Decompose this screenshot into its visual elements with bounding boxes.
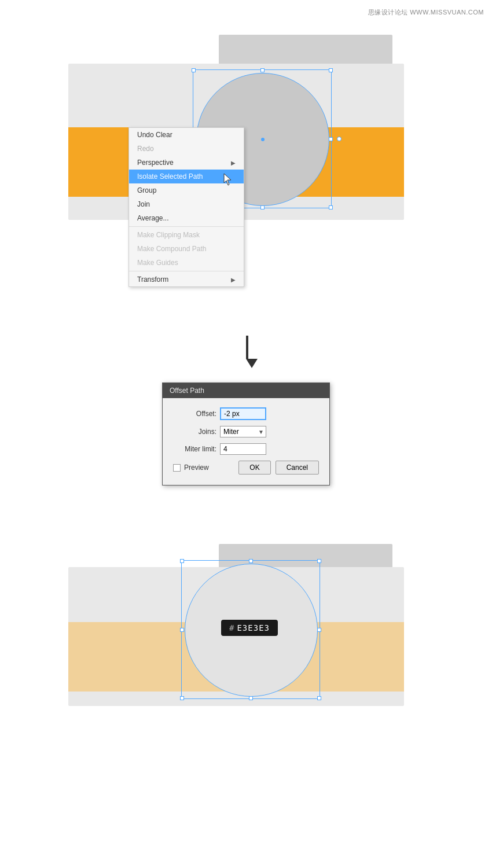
circle-selection2: #E3E3E3 [181,560,320,699]
handle2-bl [180,696,184,700]
menu-label-transform: Transform [137,275,168,284]
offset-label: Offset: [173,410,216,418]
handle2-mr [317,628,321,632]
menu-arrow-perspective: ▶ [231,160,236,166]
joins-select[interactable]: Miter Round Bevel [220,426,266,437]
menu-item-clipping[interactable]: Make Clipping Mask [129,228,244,242]
section2-dialog: Offset Path Offset: Joins: Miter Round B… [0,359,492,509]
color-badge: #E3E3E3 [221,620,278,636]
dialog-miter-row: Miter limit: [173,443,319,455]
menu-label-average: Average... [137,214,168,222]
right-anchor [337,137,342,141]
dialog-bottom-row: Preview OK Cancel [173,461,319,475]
dialog-offset-row: Offset: [173,407,319,420]
menu-label-undo: Undo Clear [137,131,172,139]
preview-area: Preview [173,464,209,472]
handle-mr [329,137,333,141]
handle-br [329,205,333,209]
handle-tr [329,68,333,72]
handle-tm [260,68,265,72]
menu-item-transform[interactable]: Transform ▶ [129,273,244,286]
menu-item-join[interactable]: Join [129,197,244,211]
menu-item-perspective[interactable]: Perspective ▶ [129,156,244,170]
menu-item-compound[interactable]: Make Compound Path [129,242,244,256]
dialog-body: Offset: Joins: Miter Round Bevel ▼ Miter… [163,398,329,485]
canvas-area2: #E3E3E3 [68,544,410,723]
menu-separator-2 [129,271,244,271]
ok-button[interactable]: OK [238,461,270,475]
offset-path-dialog: Offset Path Offset: Joins: Miter Round B… [162,382,330,486]
menu-separator-1 [129,226,244,227]
section3-illustration: #E3E3E3 [0,521,492,752]
miter-limit-label: Miter limit: [173,445,216,453]
selection-box2: #E3E3E3 [181,560,320,699]
menu-item-redo[interactable]: Redo [129,142,244,156]
handle2-tl [180,559,184,563]
handle2-bm [249,696,253,700]
arrow-section [0,312,492,359]
preview-label: Preview [184,464,209,472]
handle2-br [317,696,321,700]
joins-select-wrapper: Miter Round Bevel ▼ [220,426,266,437]
menu-label-perspective: Perspective [137,159,174,167]
cancel-button[interactable]: Cancel [276,461,319,475]
menu-label-isolate: Isolate Selected Path [137,172,203,181]
menu-item-undo[interactable]: Undo Clear [129,128,244,142]
section1-illustration: Undo Clear Redo Perspective ▶ Isolate Se… [0,0,492,312]
menu-label-join: Join [137,200,150,208]
circle-shape2: #E3E3E3 [185,564,318,697]
dialog-title: Offset Path [170,387,204,395]
joins-label: Joins: [173,428,216,436]
menu-item-guides[interactable]: Make Guides [129,256,244,270]
menu-label-redo: Redo [137,145,154,153]
menu-item-isolate[interactable]: Isolate Selected Path [129,170,244,183]
color-value: E3E3E3 [237,623,270,632]
miter-limit-input[interactable] [220,443,266,455]
preview-checkbox[interactable] [173,464,181,472]
dialog-joins-row: Joins: Miter Round Bevel ▼ [173,426,319,437]
dialog-buttons: OK Cancel [238,461,319,475]
context-menu: Undo Clear Redo Perspective ▶ Isolate Se… [128,127,244,287]
menu-item-average[interactable]: Average... [129,211,244,225]
dialog-titlebar: Offset Path [163,383,329,398]
menu-item-group[interactable]: Group [129,183,244,197]
handle2-tm [249,559,253,563]
handle2-ml [180,628,184,632]
menu-arrow-transform: ▶ [231,277,236,283]
handle-bm [260,205,265,209]
handle-tl [192,68,196,72]
menu-label-clipping: Make Clipping Mask [137,231,200,239]
menu-label-compound: Make Compound Path [137,245,206,253]
offset-input[interactable] [220,407,266,420]
center-dot [261,138,265,141]
handle2-tr [317,559,321,563]
menu-label-guides: Make Guides [137,259,178,267]
color-hash: # [229,623,234,632]
menu-label-group: Group [137,186,156,194]
